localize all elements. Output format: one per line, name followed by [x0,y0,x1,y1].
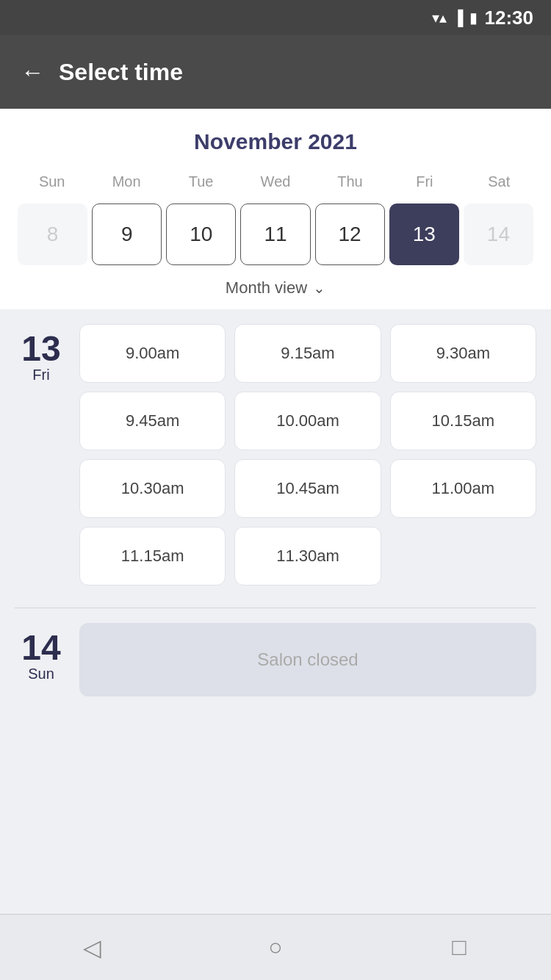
calendar-section: November 2021 Sun Mon Tue Wed Thu Fri Sa… [0,109,551,309]
time-slot-1045am[interactable]: 10.45am [234,459,381,518]
time-slot-915am[interactable]: 9.15am [234,324,381,383]
day-cell-10[interactable]: 10 [166,203,236,265]
wifi-icon: ▾▴ [432,9,447,26]
day-cell-12[interactable]: 12 [315,203,385,265]
salon-closed-label: Salon closed [79,623,536,696]
weekday-thu: Thu [313,169,387,195]
weekday-sat: Sat [462,169,536,195]
day-cell-8: 8 [18,203,87,265]
day-label-14: 14Sun [15,623,68,696]
day-number-14: 14 [21,630,60,666]
week-days-row: 891011121314 [15,203,536,265]
recent-nav-button[interactable]: □ [437,926,481,970]
battery-icon: ▮ [469,9,478,26]
status-bar: ▾▴ ▐ ▮ 12:30 [0,0,551,35]
time-slot-1015am[interactable]: 10.15am [390,392,536,450]
day-cell-9[interactable]: 9 [92,203,162,265]
back-button[interactable]: ← [21,59,44,86]
app-header: ← Select time [0,35,551,109]
back-nav-button[interactable]: ◁ [70,926,114,970]
weekday-tue: Tue [164,169,238,195]
time-slot-1115am[interactable]: 11.15am [79,527,226,586]
weekday-sun: Sun [15,169,89,195]
time-slot-945am[interactable]: 9.45am [79,392,226,450]
time-slot-930am[interactable]: 9.30am [390,324,536,383]
weekday-mon: Mon [89,169,163,195]
page-title: Select time [59,59,183,86]
time-slot-1130am[interactable]: 11.30am [234,527,381,586]
weekday-fri: Fri [387,169,461,195]
signal-icon: ▐ [453,10,463,26]
time-slots-grid-13: 9.00am9.15am9.30am9.45am10.00am10.15am10… [79,324,536,586]
day-name-13: Fri [32,367,49,383]
day-cell-11[interactable]: 11 [240,203,310,265]
day-number-13: 13 [21,331,60,367]
time-slot-1030am[interactable]: 10.30am [79,459,226,518]
time-slot-1100am[interactable]: 11.00am [390,459,536,518]
day-cell-13[interactable]: 13 [389,203,459,265]
status-time: 12:30 [485,7,534,29]
chevron-down-icon: ⌄ [313,279,325,297]
time-section: 13Fri9.00am9.15am9.30am9.45am10.00am10.1… [0,309,551,914]
weekday-wed: Wed [238,169,312,195]
day-label-13: 13Fri [15,324,68,586]
day-block-13: 13Fri9.00am9.15am9.30am9.45am10.00am10.1… [15,324,536,586]
day-name-14: Sun [28,666,54,682]
bottom-nav: ◁ ○ □ [0,914,551,980]
time-slot-1000am[interactable]: 10.00am [234,392,381,450]
day-block-14: 14SunSalon closed [15,623,536,696]
day-cell-14: 14 [464,203,533,265]
section-divider [15,608,536,608]
status-icons: ▾▴ ▐ ▮ [432,9,477,26]
month-view-toggle[interactable]: Month view ⌄ [15,265,536,309]
weekdays-row: Sun Mon Tue Wed Thu Fri Sat [15,169,536,195]
home-nav-button[interactable]: ○ [253,926,298,970]
month-title: November 2021 [15,129,536,154]
time-slot-900am[interactable]: 9.00am [79,324,226,383]
month-view-label: Month view [226,278,307,298]
